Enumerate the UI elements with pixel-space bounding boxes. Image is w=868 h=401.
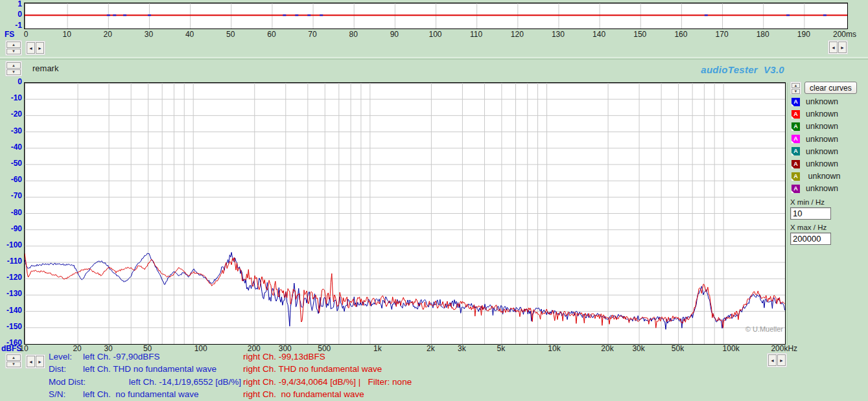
measurement-status: Level:left Ch. -97,90dBFSright Ch. -99,1… xyxy=(49,352,846,401)
status-row: S/N:left Ch. no fundamental waveright Ch… xyxy=(49,389,846,401)
status-left-channel: left Ch. -14,1/19,6552 [dB/%] xyxy=(83,377,241,387)
y-tick-label: -120 xyxy=(0,273,22,282)
x-tick-label: 190 xyxy=(797,30,810,39)
y-tick-label: -80 xyxy=(0,208,22,217)
spectrum-bottom-spinner: ▲ ▼ xyxy=(5,353,22,369)
spin-up-button[interactable]: ▲ xyxy=(6,41,21,48)
scroll-left-button[interactable]: ◄ xyxy=(27,356,35,367)
x-min-label: X min / Hz xyxy=(790,198,825,206)
spin-down-button[interactable]: ▼ xyxy=(792,89,800,94)
curve-color-icon[interactable]: A xyxy=(792,122,800,131)
status-label: S/N: xyxy=(49,389,65,399)
spin-up-button[interactable]: ▲ xyxy=(6,354,21,361)
legend-item[interactable]: Aunknown xyxy=(792,97,838,107)
legend-item[interactable]: A unknown xyxy=(792,171,841,181)
y-tick-label: -40 xyxy=(0,143,22,152)
time-scroll-left-pair: ◄ ► xyxy=(25,41,45,55)
y-tick-label: 1 xyxy=(0,0,22,8)
y-tick-label: -100 xyxy=(0,240,22,249)
legend-item[interactable]: Aunknown xyxy=(792,134,838,144)
clear-curves-button[interactable]: clear curves xyxy=(804,82,857,94)
legend-spinner: ▲ ▼ xyxy=(790,82,801,95)
legend-item[interactable]: Aunknown xyxy=(792,146,838,157)
scroll-right-button[interactable]: ► xyxy=(36,42,44,54)
time-waveform-chart xyxy=(25,3,847,29)
y-tick-label: -70 xyxy=(0,191,22,200)
svg-text:© U.Mueller: © U.Mueller xyxy=(745,325,784,333)
y-tick-label: 0 xyxy=(0,10,22,19)
spin-up-button[interactable]: ▲ xyxy=(792,83,800,88)
x-tick-label: 100 xyxy=(428,30,441,39)
status-row: Mod Dist:left Ch. -14,1/19,6552 [dB/%]ri… xyxy=(49,377,846,389)
spectrum-scroll-left-pair: ◄ ► xyxy=(25,354,45,369)
status-right-channel: right Ch. THD no fundamental wave xyxy=(243,364,382,374)
status-left-channel: left Ch. no fundamental wave xyxy=(83,389,199,399)
x-tick-label: 20 xyxy=(104,30,112,39)
x-tick-label: 110 xyxy=(470,30,482,39)
x-tick-label: 60 xyxy=(267,30,276,39)
spectrum-vertical-spinner: ▲ ▼ xyxy=(5,61,22,76)
x-tick-label: 170 xyxy=(716,30,729,39)
y-tick-label: -50 xyxy=(0,159,22,168)
curve-color-icon[interactable]: A xyxy=(792,160,800,168)
scroll-right-button[interactable]: ► xyxy=(36,356,44,367)
x-max-label: X max / Hz xyxy=(790,223,827,231)
curve-color-icon[interactable]: A xyxy=(792,135,800,143)
y-tick-label: -1 xyxy=(0,21,22,30)
x-tick-label: 180 xyxy=(757,30,769,39)
status-right-channel: right Ch. -9,4/34,0064 [dB/%] | Filter: … xyxy=(243,377,412,387)
x-tick-label: 80 xyxy=(349,30,358,39)
legend-item-label: unknown xyxy=(806,147,838,156)
spin-up-button[interactable]: ▲ xyxy=(6,62,21,69)
curve-color-icon[interactable]: A xyxy=(792,98,800,106)
status-right-channel: right Ch. -99,13dBFS xyxy=(243,352,325,361)
curve-color-icon[interactable]: A xyxy=(792,185,800,193)
legend-item-label: unknown xyxy=(806,97,838,106)
y-tick-label: 0 xyxy=(0,77,22,86)
y-tick-label: -150 xyxy=(0,322,22,331)
time-plot-area xyxy=(24,3,848,29)
scroll-left-button[interactable]: ◄ xyxy=(829,41,838,53)
legend-item[interactable]: Aunknown xyxy=(792,121,838,132)
legend-item[interactable]: Aunknown xyxy=(792,183,838,194)
time-panel: 10-1 FS 01020304050607080901001101201301… xyxy=(0,0,868,57)
x-min-input[interactable] xyxy=(790,207,831,220)
legend-item-label: unknown xyxy=(806,135,838,144)
legend-item[interactable]: Aunknown xyxy=(792,159,838,169)
time-vertical-spinner: ▲ ▼ xyxy=(5,40,22,56)
spin-down-button[interactable]: ▼ xyxy=(6,69,21,76)
time-y-unit-label: FS xyxy=(5,30,14,39)
spectrum-chart: © U.Mueller xyxy=(25,83,785,344)
x-max-input[interactable] xyxy=(790,233,831,245)
y-tick-label: -110 xyxy=(0,257,22,266)
spin-down-button[interactable]: ▼ xyxy=(6,361,21,368)
status-right-channel: right Ch. no fundamental wave xyxy=(243,389,364,399)
x-tick-label: 90 xyxy=(390,30,399,39)
scroll-right-button[interactable]: ► xyxy=(838,41,847,53)
legend-item[interactable]: Aunknown xyxy=(792,109,838,119)
time-scroll-right-pair: ◄ ► xyxy=(828,40,848,54)
x-tick-label: 140 xyxy=(592,30,605,39)
x-tick-label: 0 xyxy=(24,30,29,39)
scroll-left-button[interactable]: ◄ xyxy=(27,42,35,54)
curve-color-icon[interactable]: A xyxy=(792,110,800,119)
x-tick-label: 160 xyxy=(674,30,687,39)
spin-down-button[interactable]: ▼ xyxy=(6,49,21,55)
spectrum-y-unit-label: dBFS xyxy=(1,344,21,353)
x-tick-label: 70 xyxy=(308,30,316,39)
x-tick-label: 50 xyxy=(226,30,235,39)
audiotester-window: { "app": { "logo": "audioTester V3.0", "… xyxy=(0,0,868,401)
spectrum-plot-area: © U.Mueller xyxy=(24,82,786,345)
app-logo: audioTester V3.0 xyxy=(674,64,784,75)
y-tick-label: -20 xyxy=(0,109,22,119)
status-label: Dist: xyxy=(49,364,66,374)
legend-item-label: unknown xyxy=(806,109,838,119)
remark-label: remark xyxy=(32,63,58,73)
status-left-channel: left Ch. THD no fundamental wave xyxy=(83,364,217,374)
x-tick-label: 200ms xyxy=(833,30,856,39)
y-tick-label: -30 xyxy=(0,126,22,135)
curve-color-icon[interactable]: A xyxy=(792,172,800,181)
curve-color-icon[interactable]: A xyxy=(792,147,800,155)
legend-groove xyxy=(787,83,788,348)
status-row: Dist:left Ch. THD no fundamental waverig… xyxy=(49,364,846,376)
